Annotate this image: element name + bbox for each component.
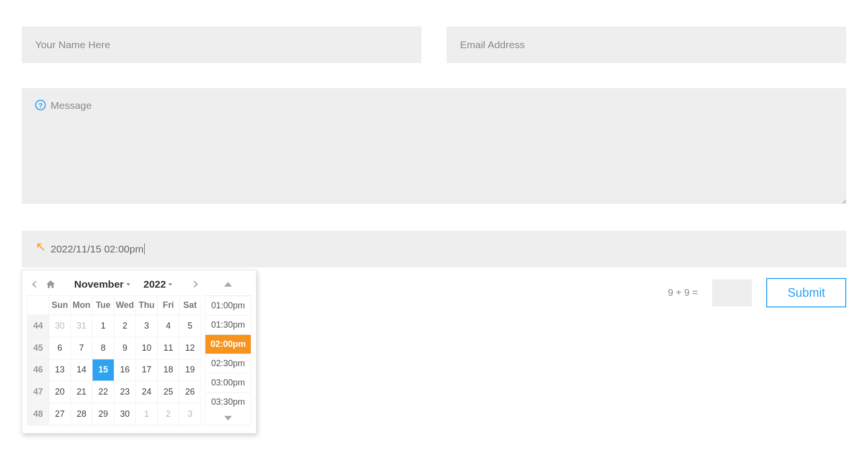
time-column: 01:00pm01:30pm02:00pm02:30pm03:00pm03:30… [205,295,251,425]
email-input[interactable] [447,26,846,63]
calendar-day[interactable]: 20 [49,381,71,403]
calendar-day[interactable]: 12 [179,337,201,359]
weekday-header: Mon [71,296,93,315]
calendar-day[interactable]: 30 [114,403,136,425]
calendar-grid: SunMonTueWedThuFriSat 443031123454567891… [27,295,201,425]
calendar-day[interactable]: 5 [179,315,201,337]
time-option[interactable]: 02:30pm [205,354,251,373]
calendar-day[interactable]: 25 [158,381,179,403]
calendar-day[interactable]: 14 [71,359,93,381]
message-textarea[interactable] [22,88,846,204]
time-scroll-up[interactable] [205,278,251,291]
calendar-day[interactable]: 6 [49,337,71,359]
calendar-day[interactable]: 21 [71,381,93,403]
year-select[interactable]: 2022 [142,278,175,290]
calendar-day[interactable]: 1 [93,315,114,337]
week-number: 45 [27,337,49,359]
calendar-day[interactable]: 8 [93,337,114,359]
captcha-label: 9 + 9 = [668,287,698,298]
calendar-day[interactable]: 1 [136,403,158,425]
datetime-value: 2022/11/15 02:00pm [51,243,145,254]
calendar-day[interactable]: 30 [49,315,71,337]
calendar-day[interactable]: 2 [114,315,136,337]
weekday-header: Wed [114,296,136,315]
year-label: 2022 [144,278,166,290]
calendar-day[interactable]: 31 [71,315,93,337]
weekday-header: Thu [136,296,158,315]
week-number: 46 [27,359,49,381]
calendar-day[interactable]: 16 [114,359,136,381]
time-option[interactable]: 01:00pm [205,296,251,315]
weekday-header: Tue [93,296,114,315]
calendar-day[interactable]: 7 [71,337,93,359]
calendar-day[interactable]: 2 [158,403,179,425]
calendar-day[interactable]: 27 [49,403,71,425]
weekday-header: Sat [179,296,201,315]
datetime-input[interactable]: 2022/11/15 02:00pm [22,231,846,267]
calendar-day[interactable]: 19 [179,359,201,381]
calendar-day[interactable]: 15 [93,359,114,381]
calendar-day[interactable]: 3 [136,315,158,337]
chevron-down-icon [126,283,130,286]
calendar-day[interactable]: 22 [93,381,114,403]
calendar-day[interactable]: 29 [93,403,114,425]
help-icon[interactable]: ? [35,100,46,110]
weekday-header: Sun [49,296,71,315]
calendar-day[interactable]: 24 [136,381,158,403]
time-option[interactable]: 02:00pm [205,334,251,354]
week-number: 44 [27,315,49,337]
month-select[interactable]: November [72,278,132,290]
calendar-day[interactable]: 4 [158,315,179,337]
calendar-day[interactable]: 18 [158,359,179,381]
week-number: 47 [27,381,49,403]
weekday-header: Fri [158,296,179,315]
calendar-day[interactable]: 3 [179,403,201,425]
time-option[interactable]: 03:30pm [205,392,251,411]
datetime-icon [35,243,46,255]
calendar-day[interactable]: 17 [136,359,158,381]
calendar-day[interactable]: 11 [158,337,179,359]
time-option[interactable]: 01:30pm [205,315,251,334]
calendar-day[interactable]: 13 [49,359,71,381]
calendar-day[interactable]: 23 [114,381,136,403]
week-header-blank [27,296,49,315]
next-month-button[interactable] [189,277,203,291]
month-label: November [74,278,124,290]
time-option[interactable]: 03:00pm [205,373,251,392]
time-scroll-down[interactable] [205,411,251,425]
calendar-day[interactable]: 9 [114,337,136,359]
datetime-picker: November 2022 SunMonTueWedThuFriSat 4430… [22,270,257,434]
submit-button[interactable]: Submit [766,278,846,307]
calendar-day[interactable]: 28 [71,403,93,425]
calendar-day[interactable]: 10 [136,337,158,359]
name-input[interactable] [22,26,421,63]
week-number: 48 [27,403,49,425]
today-button[interactable] [43,277,58,291]
captcha-input[interactable] [712,279,752,306]
calendar-day[interactable]: 26 [179,381,201,403]
prev-month-button[interactable] [27,277,41,291]
chevron-down-icon [168,283,172,286]
